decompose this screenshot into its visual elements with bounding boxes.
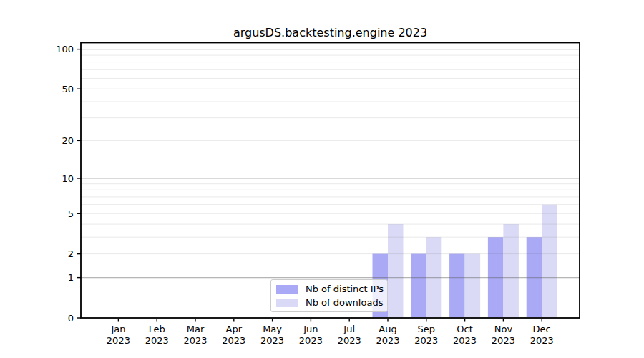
legend-item-distinct-ips: Nb of distinct IPs [276,282,381,296]
x-tick-label-month: Jan [110,324,125,334]
x-tick-label-year: 2023 [260,335,284,346]
x-tick-label-month: Sep [418,324,436,334]
x-tick-label-month: Jun [303,324,318,334]
bar-downloads-nov [503,224,519,317]
y-tick-label: 10 [62,173,74,184]
legend-label-distinct-ips: Nb of distinct IPs [306,284,384,294]
legend: Nb of distinct IPs Nb of downloads [270,279,388,312]
bar-distinct-ips-sep [411,254,426,317]
x-tick-label-year: 2023 [338,335,361,346]
x-tick-label-year: 2023 [414,335,438,346]
x-tick-label-year: 2023 [299,335,323,346]
x-tick-label-year: 2023 [107,335,130,346]
figure: argusDS.backtesting.engine 2023 01251020… [0,0,644,358]
x-tick-label-year: 2023 [530,335,554,346]
x-tick-label-year: 2023 [492,335,515,346]
bar-downloads-dec [542,205,557,317]
legend-swatch-downloads [276,299,298,307]
x-tick-label-year: 2023 [376,335,399,346]
x-tick-label-month: Apr [226,324,243,334]
y-tick-label: 1 [68,272,74,283]
y-tick-label: 20 [62,135,74,146]
x-tick-label-month: Aug [379,324,396,334]
x-tick-label-year: 2023 [453,335,477,346]
x-tick-label-year: 2023 [145,335,169,346]
y-tick-label: 2 [68,248,74,259]
y-tick-label: 100 [56,44,74,54]
x-tick-label-month: Dec [533,324,551,334]
x-tick-label-month: Jul [343,324,355,334]
legend-swatch-distinct-ips [276,285,298,294]
y-tick-label: 5 [68,208,74,219]
x-tick-label-month: Feb [149,324,165,334]
bar-downloads-oct [465,254,481,317]
x-tick-label-month: Oct [457,324,472,334]
legend-label-downloads: Nb of downloads [306,297,383,308]
bar-distinct-ips-oct [449,254,465,317]
bar-downloads-aug [388,224,404,317]
legend-item-downloads: Nb of downloads [276,296,381,309]
x-tick-label-month: May [263,324,282,334]
y-tick-label: 50 [62,84,74,95]
y-tick-label: 0 [68,313,74,324]
x-tick-label-year: 2023 [183,335,207,346]
x-tick-label-month: Mar [187,324,205,334]
x-tick-label-year: 2023 [222,335,245,346]
x-tick-label-month: Nov [494,324,513,334]
